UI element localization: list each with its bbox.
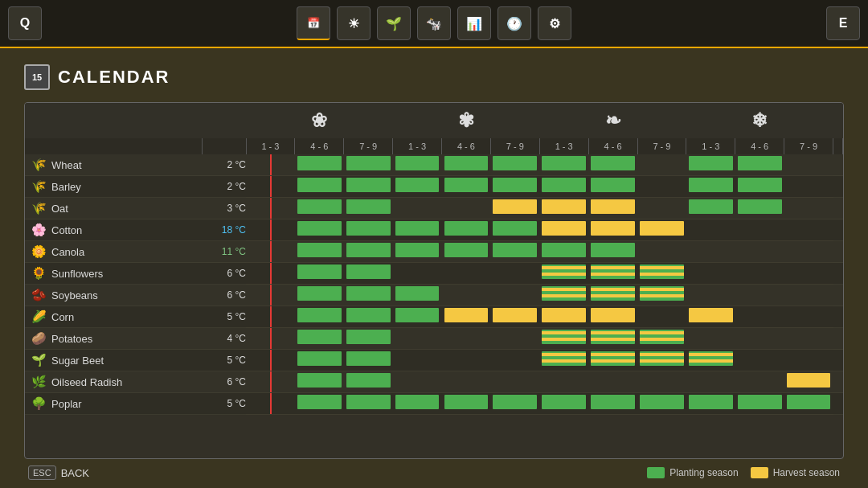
temp-cell: 5 °C bbox=[202, 393, 246, 415]
crop-bar bbox=[787, 395, 831, 409]
crop-icon: 🌽 bbox=[31, 310, 47, 324]
bar-cell bbox=[539, 176, 588, 198]
bar-cell bbox=[246, 241, 295, 263]
calendar-nav-btn[interactable]: 📅 bbox=[297, 6, 330, 40]
crop-bar bbox=[493, 308, 537, 322]
weather-nav-btn[interactable]: ☀ bbox=[337, 6, 371, 40]
bar-cell bbox=[490, 219, 539, 241]
month-9: 7 - 9 bbox=[637, 138, 686, 154]
bar-cell bbox=[393, 306, 442, 328]
crop-name: Barley bbox=[51, 181, 81, 193]
crop-name: Oilseed Radish bbox=[51, 376, 122, 388]
crop-bar bbox=[297, 243, 342, 257]
bar-cell bbox=[637, 371, 686, 393]
bar-cell bbox=[784, 306, 833, 328]
bar-cell bbox=[393, 198, 442, 219]
stats-nav-btn[interactable]: 📊 bbox=[457, 6, 491, 40]
temp-cell: 6 °C bbox=[202, 263, 246, 285]
crop-bar bbox=[297, 156, 342, 170]
crop-bar bbox=[640, 351, 684, 366]
animals-nav-btn[interactable]: 🐄 bbox=[417, 6, 451, 40]
bar-cell bbox=[344, 371, 393, 393]
bar-cell bbox=[295, 219, 344, 241]
q-button[interactable]: Q bbox=[8, 6, 42, 40]
bar-cell bbox=[442, 241, 491, 263]
crop-name: Canola bbox=[51, 246, 84, 258]
row-spacer bbox=[833, 306, 843, 328]
bar-cell bbox=[735, 198, 784, 219]
crop-name: Oat bbox=[51, 203, 68, 215]
bar-cell bbox=[490, 154, 539, 176]
crop-bar bbox=[395, 395, 440, 409]
crop-name-cell: 🌾Oat bbox=[25, 198, 202, 219]
bar-cell bbox=[637, 154, 686, 176]
bar-cell bbox=[393, 393, 442, 415]
clock-nav-btn[interactable]: 🕐 bbox=[497, 6, 531, 40]
crop-name-cell: 🌾Barley bbox=[25, 176, 202, 198]
stats-icon: 📊 bbox=[466, 16, 482, 31]
row-spacer bbox=[833, 371, 843, 393]
month-2: 4 - 6 bbox=[295, 138, 344, 154]
crop-bar bbox=[542, 351, 586, 366]
bar-cell bbox=[442, 198, 491, 219]
crop-name: Corn bbox=[51, 311, 74, 323]
crop-icon: 🌼 bbox=[31, 244, 47, 259]
settings-nav-btn[interactable]: ⚙ bbox=[538, 6, 571, 40]
bar-cell bbox=[490, 393, 539, 415]
bar-cell bbox=[490, 263, 539, 285]
back-button[interactable]: ESC BACK bbox=[28, 465, 89, 480]
month-4: 1 - 3 bbox=[393, 138, 442, 154]
crop-bar bbox=[738, 199, 782, 214]
crop-bar bbox=[591, 351, 635, 366]
crop-bar bbox=[444, 178, 489, 192]
crop-bar bbox=[542, 199, 586, 214]
bar-cell bbox=[735, 219, 784, 241]
crop-icon: 🌾 bbox=[31, 179, 47, 194]
bar-cell bbox=[588, 285, 637, 306]
bar-cell bbox=[442, 176, 491, 198]
bar-cell bbox=[442, 350, 491, 371]
crop-bar bbox=[689, 351, 733, 366]
bar-cell bbox=[442, 328, 491, 350]
weather-icon: ☀ bbox=[348, 16, 359, 31]
bar-cell bbox=[393, 154, 442, 176]
bar-cell bbox=[637, 350, 686, 371]
page-icon: 15 bbox=[24, 64, 50, 90]
legend: Planting season Harvest season bbox=[647, 467, 840, 478]
crop-bar bbox=[346, 156, 391, 170]
bar-cell bbox=[295, 154, 344, 176]
bar-cell bbox=[490, 285, 539, 306]
crop-bar bbox=[346, 199, 391, 214]
crop-icon: 🌾 bbox=[31, 158, 47, 172]
bar-cell bbox=[490, 198, 539, 219]
bar-cell bbox=[246, 350, 295, 371]
bar-cell bbox=[637, 241, 686, 263]
calendar-scroll[interactable]: ❀ ✾ ❧ ❄ 1 - 3 4 - 6 7 - 9 1 - 3 bbox=[25, 103, 843, 458]
bar-cell bbox=[442, 219, 491, 241]
crop-bar bbox=[297, 330, 342, 344]
crop-bar bbox=[297, 265, 342, 279]
crop-bar bbox=[346, 243, 391, 257]
crop-name-cell: 🌳Poplar bbox=[25, 393, 202, 415]
bar-cell bbox=[393, 241, 442, 263]
table-row: 🌽Corn5 °C bbox=[25, 306, 843, 328]
crop-name: Poplar bbox=[51, 398, 82, 410]
bar-cell bbox=[539, 371, 588, 393]
bar-cell bbox=[588, 176, 637, 198]
bar-cell bbox=[295, 371, 344, 393]
plant-nav-btn[interactable]: 🌱 bbox=[377, 6, 411, 40]
e-button[interactable]: E bbox=[826, 6, 860, 40]
row-spacer bbox=[833, 393, 843, 415]
crop-bar bbox=[738, 395, 782, 409]
crop-icon: 🌿 bbox=[31, 375, 47, 389]
bar-cell bbox=[246, 263, 295, 285]
spring-header: ❀ bbox=[246, 103, 393, 138]
bar-cell bbox=[393, 350, 442, 371]
bar-cell bbox=[686, 371, 735, 393]
bar-cell bbox=[344, 154, 393, 176]
month-temp-empty bbox=[202, 138, 246, 154]
bar-cell bbox=[246, 328, 295, 350]
bar-cell bbox=[588, 393, 637, 415]
crop-bar bbox=[591, 308, 635, 322]
animals-icon: 🐄 bbox=[426, 16, 442, 31]
